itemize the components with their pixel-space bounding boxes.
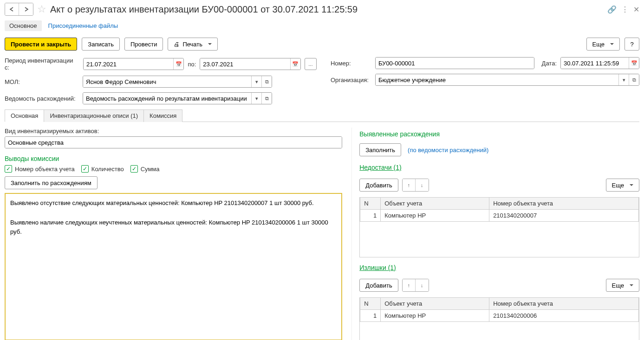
- tab-inventory-lists[interactable]: Инвентаризационные описи (1): [44, 109, 144, 122]
- number-input[interactable]: [376, 58, 534, 69]
- shortages-more-button[interactable]: Еще: [606, 179, 639, 192]
- mol-input[interactable]: [83, 76, 251, 87]
- pane-right: Выявленные расхождения Заполнить (по вед…: [351, 128, 639, 340]
- org-input[interactable]: [376, 74, 618, 85]
- print-button[interactable]: 🖨 Печать: [168, 38, 218, 51]
- dropdown-icon[interactable]: ▾: [251, 93, 261, 104]
- calendar-icon[interactable]: 📅: [173, 58, 183, 70]
- conclusions-textarea[interactable]: [5, 193, 342, 340]
- tab-main[interactable]: Основная: [5, 109, 44, 122]
- asset-type-label: Вид инвентаризируемых активов:: [5, 128, 342, 135]
- checks-row: ✓ Номер объекта учета ✓ Количество ✓ Сум…: [5, 165, 342, 173]
- checkmark-icon: ✓: [5, 165, 12, 173]
- surpluses-move-group: ↑ ↓: [402, 279, 429, 292]
- surpluses-link[interactable]: Излишки (1): [359, 264, 639, 271]
- check-quantity-label: Количество: [91, 166, 124, 173]
- surpluses-more-button[interactable]: Еще: [606, 279, 639, 292]
- shortages-link[interactable]: Недостачи (1): [359, 164, 639, 171]
- move-down-icon[interactable]: ↓: [416, 279, 429, 291]
- col-object-number: Номер объекта учета: [489, 298, 639, 310]
- open-icon[interactable]: ⧉: [261, 93, 272, 104]
- help-button[interactable]: ?: [624, 38, 639, 51]
- period-picker-button[interactable]: ...: [305, 58, 317, 70]
- ved-input-group: ▾ ⧉: [83, 92, 272, 104]
- open-icon[interactable]: ⧉: [629, 74, 639, 85]
- more-button[interactable]: Еще: [586, 38, 620, 51]
- check-object-number[interactable]: ✓ Номер объекта учета: [5, 165, 75, 173]
- shortages-move-group: ↑ ↓: [402, 179, 429, 192]
- move-up-icon[interactable]: ↑: [403, 279, 416, 291]
- period-from-label: Период инвентаризации с:: [5, 57, 79, 71]
- tab-commission[interactable]: Комиссия: [143, 109, 182, 122]
- period-to-input-group: 📅: [200, 58, 301, 70]
- surpluses-add-button[interactable]: Добавить: [359, 279, 398, 292]
- discrepancies-heading: Выявленные расхождения: [359, 130, 639, 138]
- section-links: Основное Присоединенные файлы: [5, 20, 639, 31]
- col-n: N: [360, 198, 381, 210]
- field-period: Период инвентаризации с: 📅 по: 📅 ...: [5, 57, 317, 71]
- shortages-table-wrap: N Объект учета Номер объекта учета 1 Ком…: [359, 197, 639, 257]
- cell-object: Компьютер HP: [381, 310, 489, 322]
- table-row[interactable]: 1 Компьютер HP 2101340200006: [360, 310, 639, 322]
- cell-n: 1: [360, 210, 381, 222]
- fill-by-discrepancies-button[interactable]: Заполнить по расхождениям: [5, 176, 98, 189]
- print-label: Печать: [182, 41, 202, 48]
- nav-forward-button[interactable]: [19, 3, 33, 15]
- shortages-toolbar: Добавить ↑ ↓ Еще: [359, 179, 639, 192]
- printer-icon: 🖨: [174, 41, 180, 48]
- cell-object-number: 2101340200006: [489, 310, 639, 322]
- checkmark-icon: ✓: [130, 165, 138, 173]
- number-input-group: [375, 57, 534, 69]
- check-sum[interactable]: ✓ Сумма: [130, 165, 160, 173]
- post-button[interactable]: Провести: [124, 38, 163, 51]
- kebab-menu-icon[interactable]: ⋮: [621, 5, 629, 14]
- title-tools: 🔗 ⋮ ✕: [607, 5, 639, 14]
- surpluses-table[interactable]: N Объект учета Номер объекта учета 1 Ком…: [360, 298, 639, 322]
- date-input[interactable]: [561, 58, 629, 69]
- close-icon[interactable]: ✕: [633, 5, 639, 14]
- surpluses-toolbar: Добавить ↑ ↓ Еще: [359, 279, 639, 292]
- conclusions-heading: Выводы комиссии: [5, 155, 342, 162]
- number-label: Номер:: [331, 60, 371, 67]
- ved-input[interactable]: [83, 93, 251, 104]
- move-up-icon[interactable]: ↑: [403, 179, 416, 191]
- fill-by-ved-link[interactable]: (по ведомости расхождений): [408, 147, 488, 154]
- nav-back-button[interactable]: [5, 3, 19, 15]
- shortages-add-button[interactable]: Добавить: [359, 179, 398, 192]
- calendar-icon[interactable]: 📅: [629, 58, 639, 69]
- post-and-close-button[interactable]: Провести и закрыть: [5, 38, 77, 51]
- dropdown-icon[interactable]: ▾: [618, 74, 629, 85]
- col-object: Объект учета: [381, 198, 489, 210]
- section-main[interactable]: Основное: [5, 20, 42, 31]
- cell-object: Компьютер HP: [381, 210, 489, 222]
- asset-type-input[interactable]: [5, 137, 342, 148]
- check-object-number-label: Номер объекта учета: [15, 166, 75, 173]
- page-title: Акт о результатах инвентаризации БУ00-00…: [50, 4, 605, 15]
- section-attached-files[interactable]: Присоединенные файлы: [48, 22, 118, 29]
- field-number-date: Номер: Дата: 📅: [331, 57, 639, 69]
- date-label: Дата:: [542, 60, 557, 67]
- open-icon[interactable]: ⧉: [261, 76, 272, 87]
- org-input-group: ▾ ⧉: [375, 74, 639, 86]
- titlebar: ☆ Акт о результатах инвентаризации БУ00-…: [5, 3, 639, 16]
- check-quantity[interactable]: ✓ Количество: [81, 165, 124, 173]
- date-input-group: 📅: [560, 57, 639, 69]
- favorite-star-icon[interactable]: ☆: [36, 4, 47, 14]
- checkmark-icon: ✓: [81, 165, 89, 173]
- move-down-icon[interactable]: ↓: [416, 179, 429, 191]
- fill-button[interactable]: Заполнить: [359, 143, 401, 156]
- table-row[interactable]: 1 Компьютер HP 2101340200007: [360, 210, 639, 222]
- link-icon[interactable]: 🔗: [607, 5, 617, 14]
- shortages-table[interactable]: N Объект учета Номер объекта учета 1 Ком…: [360, 198, 639, 222]
- period-to-label: по:: [188, 61, 196, 68]
- save-button[interactable]: Записать: [82, 38, 120, 51]
- field-org: Организация: ▾ ⧉: [331, 74, 639, 86]
- col-n: N: [360, 298, 381, 310]
- nav-pair: [5, 3, 33, 16]
- cell-object-number: 2101340200007: [489, 210, 639, 222]
- period-from-input[interactable]: [84, 58, 174, 70]
- calendar-icon[interactable]: 📅: [290, 58, 300, 70]
- period-to-input[interactable]: [200, 58, 290, 70]
- ved-label: Ведомость расхождений:: [5, 95, 79, 102]
- dropdown-icon[interactable]: ▾: [251, 76, 261, 87]
